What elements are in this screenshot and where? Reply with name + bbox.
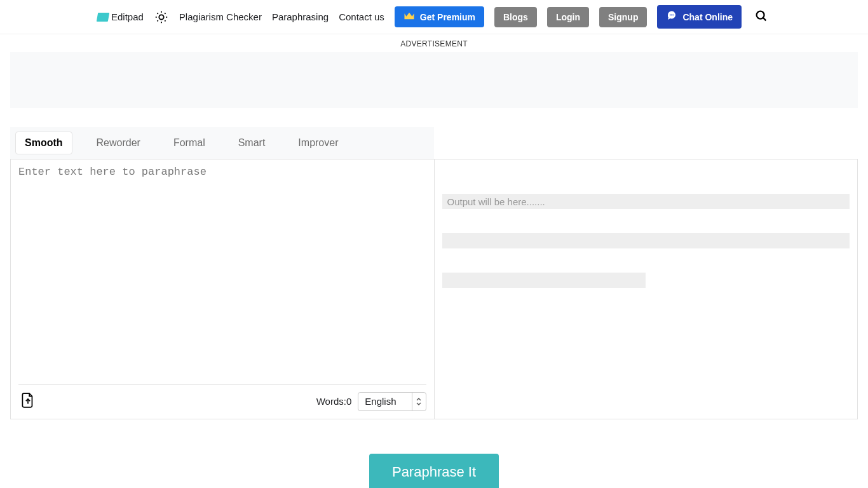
- svg-line-3: [157, 13, 158, 13]
- input-footer-right: Words:0 English: [316, 392, 426, 411]
- advertisement-label: ADVERTISEMENT: [0, 39, 868, 48]
- output-pane: Output will be here.......: [435, 159, 858, 419]
- svg-line-4: [165, 20, 165, 21]
- output-placeholder-row: Output will be here.......: [442, 194, 850, 209]
- navbar-left: Editpad Plagiarism Checker Paraphrasing …: [97, 5, 771, 29]
- mode-tab-improver[interactable]: Improver: [289, 132, 347, 154]
- svg-point-13: [757, 11, 764, 19]
- output-skeleton-line: [442, 233, 850, 248]
- svg-point-10: [670, 15, 671, 16]
- mode-tabs: Smooth Reworder Formal Smart Improver: [10, 127, 434, 159]
- mode-tab-smart[interactable]: Smart: [229, 132, 275, 154]
- input-pane: Words:0 English: [11, 159, 435, 419]
- editpad-logo-icon: [97, 13, 109, 22]
- blogs-button[interactable]: Blogs: [494, 7, 537, 27]
- chat-bubble-icon: [666, 10, 677, 24]
- logo-text: Editpad: [111, 11, 144, 22]
- nav-links: Plagiarism Checker Paraphrasing Contact …: [179, 11, 384, 22]
- nav-contact-us[interactable]: Contact us: [339, 11, 384, 22]
- search-icon: [754, 15, 768, 25]
- language-select[interactable]: English: [358, 392, 426, 411]
- svg-line-14: [763, 18, 766, 20]
- nav-plagiarism-checker[interactable]: Plagiarism Checker: [179, 11, 262, 22]
- mode-tab-formal[interactable]: Formal: [165, 132, 214, 154]
- signup-button[interactable]: Signup: [599, 7, 647, 27]
- chat-label: Chat Online: [682, 12, 733, 22]
- logo[interactable]: Editpad: [97, 11, 144, 22]
- paraphrase-it-button[interactable]: Paraphrase It: [369, 454, 499, 488]
- crown-icon: [403, 11, 415, 22]
- workspace: Words:0 English Output will be here.....…: [10, 159, 858, 419]
- input-footer: Words:0 English: [18, 384, 426, 412]
- login-button[interactable]: Login: [547, 7, 589, 27]
- paraphrase-input[interactable]: [18, 166, 426, 382]
- svg-line-8: [165, 13, 165, 13]
- svg-point-12: [673, 15, 674, 16]
- advertisement-slot: [10, 52, 858, 108]
- upload-file-button[interactable]: [18, 390, 37, 412]
- svg-point-0: [159, 15, 163, 19]
- words-counter: Words:0: [316, 396, 352, 407]
- mode-tab-reworder[interactable]: Reworder: [88, 132, 149, 154]
- get-premium-button[interactable]: Get Premium: [395, 6, 484, 27]
- svg-line-7: [157, 20, 158, 21]
- svg-point-11: [672, 15, 673, 16]
- stepper-arrows-icon: [412, 393, 426, 410]
- language-value: English: [358, 396, 411, 407]
- output-skeleton-line: [442, 273, 646, 288]
- upload-file-icon: [20, 402, 36, 411]
- top-navbar: Editpad Plagiarism Checker Paraphrasing …: [0, 0, 868, 34]
- nav-paraphrasing[interactable]: Paraphrasing: [272, 11, 329, 22]
- chat-online-button[interactable]: Chat Online: [657, 5, 742, 29]
- mode-tab-smooth[interactable]: Smooth: [15, 132, 72, 154]
- output-placeholder-text: Output will be here.......: [442, 194, 550, 210]
- theme-toggle-icon[interactable]: [154, 10, 169, 25]
- search-button[interactable]: [752, 6, 771, 27]
- premium-label: Get Premium: [420, 12, 475, 22]
